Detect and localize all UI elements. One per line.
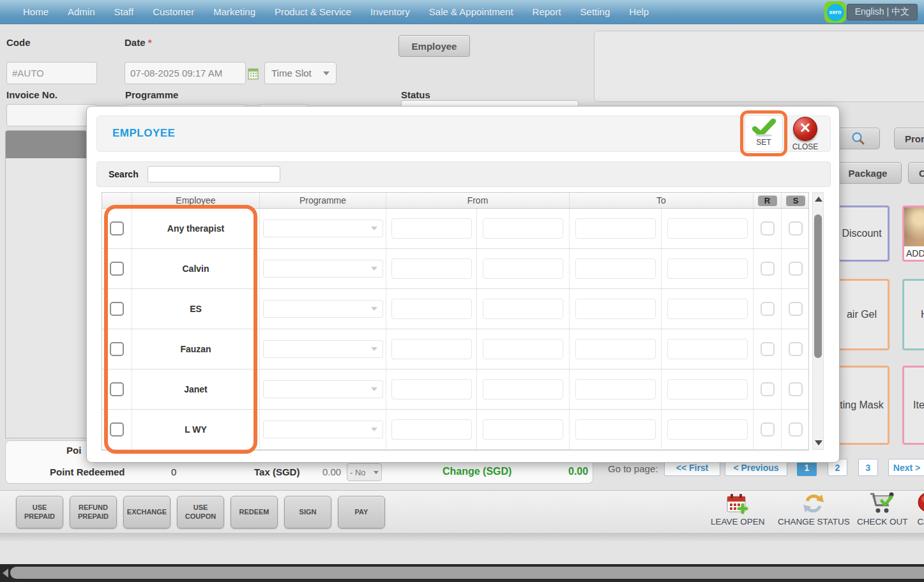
nav-item[interactable]: Marketing: [213, 6, 255, 17]
programme-select[interactable]: [263, 340, 383, 358]
to-date-input[interactable]: [575, 379, 656, 399]
to-time-input[interactable]: [667, 258, 748, 279]
from-date-input[interactable]: [391, 379, 472, 399]
nav-item[interactable]: Sale & Appointment: [429, 6, 513, 17]
to-time-input[interactable]: [667, 339, 748, 359]
from-time-input[interactable]: [483, 299, 563, 319]
tab-package[interactable]: Package: [834, 162, 902, 184]
tab-category[interactable]: C: [908, 162, 924, 184]
leave-open-button[interactable]: LEAVE OPEN: [711, 492, 765, 526]
s-checkbox[interactable]: [789, 302, 803, 316]
toolbar-button[interactable]: USE PREPAID: [16, 496, 63, 528]
time-slot-select[interactable]: Time Slot: [264, 62, 337, 84]
scroll-left-icon[interactable]: [3, 569, 8, 578]
search-input[interactable]: [148, 166, 280, 183]
tile-hair-gel[interactable]: air Gel: [834, 279, 890, 350]
s-checkbox[interactable]: [789, 221, 803, 235]
programme-select[interactable]: [263, 300, 383, 318]
xero-badge[interactable]: xero: [824, 1, 846, 23]
programme-select[interactable]: [263, 220, 383, 237]
toolbar-button[interactable]: USE COUPON: [177, 496, 224, 528]
s-checkbox[interactable]: [789, 382, 803, 396]
nav-item[interactable]: Customer: [153, 6, 194, 17]
nav-item[interactable]: Product & Service: [275, 6, 351, 17]
page-next-button[interactable]: Next >: [888, 459, 924, 476]
product-search-button[interactable]: [837, 128, 880, 149]
from-time-input[interactable]: [483, 258, 563, 279]
to-date-input[interactable]: [575, 299, 656, 319]
scrollbar-thumb[interactable]: [814, 214, 822, 358]
from-time-input[interactable]: [483, 218, 563, 239]
to-time-input[interactable]: [667, 379, 748, 399]
tile-item[interactable]: Iter: [902, 366, 924, 445]
toolbar-button[interactable]: EXCHANGE: [123, 496, 170, 528]
from-date-input[interactable]: [391, 299, 472, 319]
to-date-input[interactable]: [575, 218, 656, 239]
employee-checkbox[interactable]: [110, 422, 124, 436]
to-date-input[interactable]: [575, 339, 656, 359]
nav-item[interactable]: Setting: [580, 6, 610, 17]
from-time-input[interactable]: [483, 419, 563, 440]
programme-select[interactable]: [263, 421, 383, 438]
employee-checkbox[interactable]: [110, 302, 124, 316]
from-date-input[interactable]: [391, 218, 472, 239]
r-checkbox[interactable]: [761, 262, 775, 276]
r-header-badge[interactable]: R: [758, 195, 777, 206]
change-status-button[interactable]: CHANGE STATUS: [778, 492, 850, 526]
s-header-badge[interactable]: S: [786, 195, 805, 206]
to-time-input[interactable]: [667, 419, 748, 440]
tile-mask[interactable]: ting Mask: [834, 366, 890, 445]
r-checkbox[interactable]: [761, 302, 775, 316]
cancel-button-partial[interactable]: CA: [913, 492, 924, 526]
scroll-up-icon[interactable]: [815, 197, 822, 202]
s-checkbox[interactable]: [789, 262, 803, 276]
employee-checkbox[interactable]: [110, 262, 124, 276]
employee-checkbox[interactable]: [110, 342, 124, 356]
employee-checkbox[interactable]: [110, 382, 124, 396]
nav-item[interactable]: Home: [23, 6, 49, 17]
r-checkbox[interactable]: [761, 382, 775, 396]
language-toggle-button[interactable]: English | 中文: [847, 4, 918, 20]
s-checkbox[interactable]: [789, 342, 803, 356]
toolbar-button[interactable]: SIGN: [284, 496, 331, 528]
check-out-button[interactable]: CHECK OUT: [857, 492, 908, 526]
to-time-input[interactable]: [667, 299, 748, 319]
from-date-input[interactable]: [391, 339, 472, 359]
date-input[interactable]: [125, 62, 246, 84]
scroll-down-icon[interactable]: [815, 440, 822, 445]
table-scrollbar[interactable]: [812, 192, 824, 450]
from-time-input[interactable]: [483, 339, 563, 359]
r-checkbox[interactable]: [761, 342, 775, 356]
nav-item[interactable]: Staff: [114, 6, 134, 17]
to-time-input[interactable]: [667, 218, 748, 239]
employee-button[interactable]: Employee: [398, 35, 470, 57]
r-checkbox[interactable]: [761, 422, 775, 436]
nav-item[interactable]: Admin: [68, 6, 95, 17]
tab-promotion[interactable]: Pror: [894, 128, 924, 149]
from-time-input[interactable]: [483, 379, 563, 399]
page-3-button[interactable]: 3: [858, 459, 878, 476]
tax-type-select[interactable]: - No: [347, 463, 382, 481]
invoice-input[interactable]: [6, 104, 97, 126]
calendar-icon[interactable]: [248, 67, 259, 80]
programme-select[interactable]: [263, 260, 383, 278]
programme-select[interactable]: [263, 380, 383, 398]
toolbar-button[interactable]: REDEEM: [231, 496, 278, 528]
toolbar-button[interactable]: PAY: [338, 496, 385, 528]
s-checkbox[interactable]: [789, 422, 803, 436]
to-date-input[interactable]: [575, 419, 656, 440]
r-checkbox[interactable]: [761, 221, 775, 235]
set-button[interactable]: SET: [745, 115, 783, 152]
horizontal-scrollbar[interactable]: [0, 564, 924, 582]
code-input[interactable]: [6, 62, 97, 84]
from-date-input[interactable]: [391, 419, 472, 440]
close-button[interactable]: ✕ CLOSE: [785, 115, 826, 152]
to-date-input[interactable]: [575, 258, 656, 279]
tile-add-photo[interactable]: ADD: [902, 205, 924, 262]
from-date-input[interactable]: [391, 258, 472, 279]
nav-item[interactable]: Inventory: [370, 6, 410, 17]
tile-h[interactable]: H: [902, 279, 924, 350]
toolbar-button[interactable]: REFUND PREPAID: [70, 496, 117, 528]
employee-checkbox[interactable]: [110, 221, 124, 235]
nav-item[interactable]: Report: [533, 6, 561, 17]
